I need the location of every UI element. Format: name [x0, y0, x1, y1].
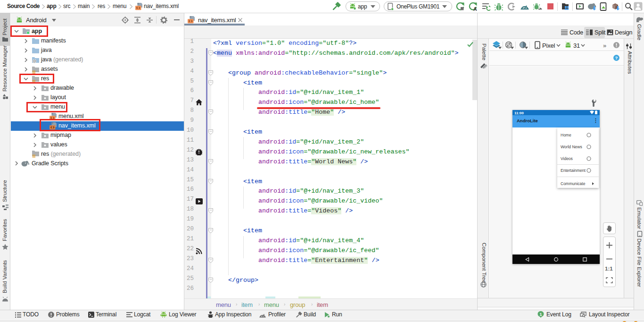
svg-text:1: 1: [539, 312, 542, 317]
svg-text:?: ?: [615, 55, 618, 60]
svg-text:A: A: [473, 6, 477, 11]
